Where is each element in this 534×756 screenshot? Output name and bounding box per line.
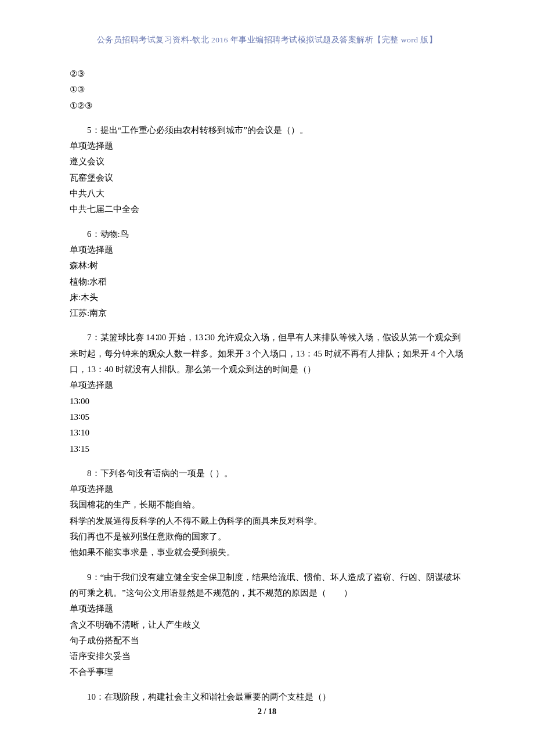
option-line: 遵义会议 [70, 154, 464, 170]
question-5: 5：提出“工作重心必须由农村转移到城市”的会议是（）。 单项选择题 遵义会议 瓦… [70, 123, 464, 218]
question-body: ：“由于我们没有建立健全安全保卫制度，结果给流氓、惯偷、坏人造成了盗窃、行凶、阴… [70, 573, 461, 597]
option-line: 不合乎事理 [70, 664, 464, 680]
question-text: 5：提出“工作重心必须由农村转移到城市”的会议是（）。 [70, 123, 464, 138]
option-line: 13∶15 [70, 441, 464, 457]
question-body: ：某篮球比赛 14∶00 开始，13∶30 允许观众入场，但早有人来排队等候入场… [70, 333, 464, 374]
question-number: 9 [87, 573, 92, 582]
page-header: 公务员招聘考试复习资料-钦北 2016 年事业编招聘考试模拟试题及答案解析【完整… [70, 35, 464, 45]
question-body: ：在现阶段，构建社会主义和谐社会最重要的两个支柱是（） [96, 692, 331, 701]
option-line: 植物:水稻 [70, 274, 464, 290]
question-7: 7：某篮球比赛 14∶00 开始，13∶30 允许观众入场，但早有人来排队等候入… [70, 330, 464, 456]
option-line: 中共七届二中全会 [70, 201, 464, 217]
question-text: 10：在现阶段，构建社会主义和谐社会最重要的两个支柱是（） [70, 689, 464, 705]
option-line: 我们再也不是被列强任意欺侮的国家了。 [70, 529, 464, 545]
question-body: ：提出“工作重心必须由农村转移到城市”的会议是（）。 [92, 125, 308, 135]
option-line: 床:木头 [70, 290, 464, 305]
question-text: 7：某篮球比赛 14∶00 开始，13∶30 允许观众入场，但早有人来排队等候入… [70, 330, 464, 377]
question-number: 5 [87, 125, 92, 135]
question-body: ：动物:鸟 [92, 229, 129, 239]
remainder-options-block: ②③ ①③ ①②③ [70, 66, 464, 114]
question-number: 8 [87, 469, 92, 478]
question-body: ：下列各句没有语病的一项是（ ）。 [92, 469, 233, 478]
option-line: 江苏:南京 [70, 305, 464, 321]
option-line: 语序安排欠妥当 [70, 649, 464, 664]
option-line: 句子成份搭配不当 [70, 633, 464, 649]
question-9: 9：“由于我们没有建立健全安全保卫制度，结果给流氓、惯偷、坏人造成了盗窃、行凶、… [70, 570, 464, 681]
question-text: 6：动物:鸟 [70, 226, 464, 242]
option-line: 13∶10 [70, 425, 464, 441]
question-8: 8：下列各句没有语病的一项是（ ）。 单项选择题 我国棉花的生产，长期不能自给。… [70, 466, 464, 561]
option-line: 13∶05 [70, 409, 464, 425]
question-10: 10：在现阶段，构建社会主义和谐社会最重要的两个支柱是（） [70, 689, 464, 705]
question-6: 6：动物:鸟 单项选择题 森林:树 植物:水稻 床:木头 江苏:南京 [70, 226, 464, 322]
option-line: 中共八大 [70, 186, 464, 201]
option-line: 科学的发展逼得反科学的人不得不戴上伪科学的面具来反对科学。 [70, 513, 464, 529]
question-number: 10 [87, 692, 96, 701]
option-line: 13∶00 [70, 394, 464, 409]
option-line: 他如果不能实事求是，事业就会受到损失。 [70, 545, 464, 560]
option-line: ②③ [70, 66, 464, 82]
question-type: 单项选择题 [70, 377, 464, 393]
question-number: 7 [87, 333, 92, 342]
option-line: 含义不明确不清晰，让人产生歧义 [70, 617, 464, 633]
question-type: 单项选择题 [70, 138, 464, 154]
question-text: 8：下列各句没有语病的一项是（ ）。 [70, 466, 464, 481]
option-line: 我国棉花的生产，长期不能自给。 [70, 497, 464, 513]
page-container: 公务员招聘考试复习资料-钦北 2016 年事业编招聘考试模拟试题及答案解析【完整… [0, 0, 534, 737]
question-type: 单项选择题 [70, 242, 464, 258]
page-number: 2 / 18 [0, 707, 534, 717]
option-line: ①③ [70, 82, 464, 98]
question-number: 6 [87, 229, 92, 239]
question-type: 单项选择题 [70, 601, 464, 617]
question-type: 单项选择题 [70, 481, 464, 497]
option-line: ①②③ [70, 98, 464, 114]
option-line: 森林:树 [70, 258, 464, 273]
question-text: 9：“由于我们没有建立健全安全保卫制度，结果给流氓、惯偷、坏人造成了盗窃、行凶、… [70, 570, 464, 602]
option-line: 瓦窑堡会议 [70, 170, 464, 186]
document-content: ②③ ①③ ①②③ 5：提出“工作重心必须由农村转移到城市”的会议是（）。 单项… [70, 66, 464, 705]
